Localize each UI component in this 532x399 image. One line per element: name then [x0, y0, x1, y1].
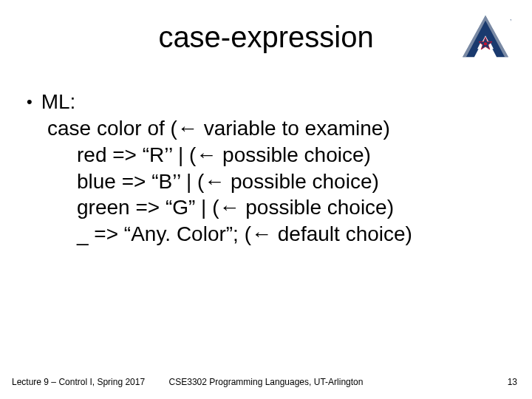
- bullet-item: • ML:: [27, 89, 505, 115]
- svg-point-4: [484, 42, 487, 45]
- svg-text:™: ™: [510, 18, 511, 23]
- uta-logo: ™: [460, 13, 511, 59]
- svg-marker-0: [463, 16, 508, 57]
- footer-center: CSE3302 Programming Languages, UT-Arling…: [0, 377, 532, 387]
- slide-number: 13: [508, 377, 517, 387]
- code-line: case color of (← variable to examine): [27, 115, 505, 142]
- code-line: green => “G” | (← possible choice): [27, 194, 505, 221]
- slide-content: • ML: case color of (← variable to exami…: [27, 89, 505, 248]
- slide-title: case-expression: [0, 21, 532, 54]
- bullet-dot: •: [27, 89, 33, 115]
- slide: case-expression ™ • ML: case color of (←…: [0, 0, 532, 399]
- code-line: blue => “B’’ | (← possible choice): [27, 168, 505, 195]
- bullet-text: ML:: [41, 89, 76, 115]
- code-line: _ => “Any. Color”; (← default choice): [27, 221, 505, 248]
- code-line: red => “R’’ | (← possible choice): [27, 142, 505, 168]
